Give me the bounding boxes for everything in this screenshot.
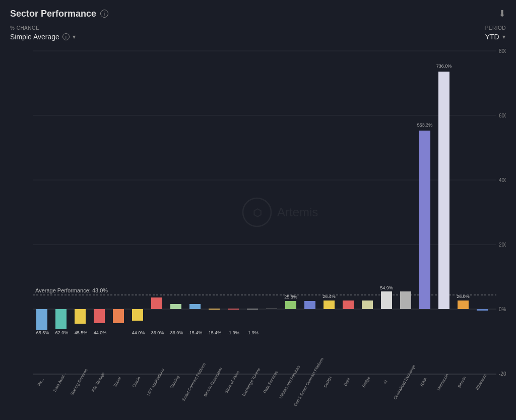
chart-area: 800% 600% 400% 200% 0% -200% Average Per… — [10, 46, 506, 420]
svg-text:Memecoin: Memecoin — [436, 373, 449, 391]
bar-gaming[interactable] — [170, 304, 181, 309]
svg-text:⬡: ⬡ — [253, 207, 262, 218]
period-control: PERIOD YTD ▾ — [485, 25, 506, 41]
period-value: YTD — [485, 33, 499, 41]
chevron-down-icon: ▾ — [73, 33, 76, 40]
svg-text:-44.0%: -44.0% — [131, 330, 145, 335]
bar-ai[interactable] — [381, 291, 392, 309]
bar-smartcontract[interactable] — [189, 304, 201, 309]
title-info-icon[interactable]: i — [100, 10, 108, 18]
average-selector[interactable]: Simple Average i ▾ — [10, 33, 76, 41]
average-value: Simple Average — [10, 33, 59, 41]
change-control: % CHANGE Simple Average i ▾ — [10, 25, 76, 41]
svg-text:-44.0%: -44.0% — [92, 330, 107, 335]
period-chevron-icon: ▾ — [502, 33, 505, 40]
bar-staking[interactable] — [75, 309, 86, 324]
svg-text:-15.4%: -15.4% — [207, 330, 222, 335]
bar-storeofvalue[interactable] — [228, 309, 239, 310]
svg-text:600%: 600% — [499, 113, 506, 118]
svg-text:Bridge: Bridge — [361, 376, 371, 388]
bar-memecoin[interactable] — [438, 72, 449, 309]
watermark: ⬡ Artemis — [243, 198, 318, 226]
svg-text:736.0%: 736.0% — [436, 64, 452, 69]
svg-text:-65.5%: -65.5% — [35, 330, 49, 335]
bar-social[interactable] — [113, 309, 124, 323]
bar-oracle[interactable] — [132, 309, 143, 321]
svg-text:Average Performance: 43.0%: Average Performance: 43.0% — [35, 287, 108, 293]
bar-dataavail[interactable] — [55, 309, 67, 329]
svg-text:553.3%: 553.3% — [417, 123, 433, 128]
svg-text:Gen 1 Smart Contract Platform: Gen 1 Smart Contract Platform — [293, 357, 325, 407]
svg-text:Pe...: Pe... — [37, 377, 45, 387]
bar-defi[interactable] — [343, 301, 354, 309]
svg-text:26.0%: 26.0% — [457, 294, 470, 299]
chart-svg: 800% 600% 400% 200% 0% -200% Average Per… — [10, 46, 506, 420]
svg-text:-1.9%: -1.9% — [227, 330, 239, 335]
change-label: % CHANGE — [10, 25, 76, 31]
svg-text:-200%: -200% — [499, 371, 506, 377]
svg-text:26.4%: 26.4% — [322, 294, 336, 299]
page-title: Sector Performance — [10, 9, 96, 19]
bar-filestorage[interactable] — [94, 309, 105, 323]
svg-text:NFT Applications: NFT Applications — [146, 368, 165, 396]
controls-bar: % CHANGE Simple Average i ▾ PERIOD YTD ▾ — [10, 25, 506, 41]
svg-text:RWA: RWA — [419, 377, 428, 387]
average-info-icon[interactable]: i — [62, 33, 70, 40]
header-left: Sector Performance i — [10, 9, 108, 19]
svg-text:Social: Social — [112, 376, 122, 388]
svg-text:AI: AI — [382, 379, 389, 385]
svg-text:-36.0%: -36.0% — [169, 330, 183, 335]
svg-text:200%: 200% — [499, 242, 506, 248]
svg-text:Bitcoin: Bitcoin — [457, 376, 467, 388]
svg-text:54.9%: 54.9% — [380, 285, 393, 290]
svg-text:Bitcoin Ecosystem: Bitcoin Ecosystem — [203, 367, 224, 397]
svg-text:DePIN: DePIN — [323, 376, 333, 388]
bar-bridge[interactable] — [362, 301, 373, 309]
bar-bitcoin[interactable] — [458, 301, 469, 309]
svg-text:Utilities and Services: Utilities and Services — [278, 365, 301, 399]
period-label: PERIOD — [485, 25, 506, 31]
svg-text:Ethereum: Ethereum — [475, 373, 487, 391]
bar-ethereum[interactable] — [477, 309, 488, 311]
bar-exchangetokens[interactable] — [247, 309, 258, 310]
svg-text:Staking Services: Staking Services — [70, 368, 89, 396]
bar-nft[interactable] — [151, 297, 162, 309]
svg-text:Oracle: Oracle — [132, 376, 142, 388]
bar-pe[interactable] — [36, 309, 47, 330]
svg-text:25.8%: 25.8% — [284, 294, 297, 299]
svg-text:Exchange Tokens: Exchange Tokens — [241, 367, 261, 397]
bar-depin[interactable] — [324, 301, 335, 309]
download-icon[interactable]: ⬇ — [498, 8, 506, 19]
svg-text:0%: 0% — [499, 307, 506, 312]
svg-text:Smart Contract Platform: Smart Contract Platform — [181, 362, 207, 402]
svg-text:400%: 400% — [499, 177, 506, 183]
bar-rwa[interactable] — [419, 131, 430, 309]
svg-text:-62.0%: -62.0% — [54, 330, 69, 335]
bar-cex[interactable] — [400, 291, 411, 309]
bar-dataservices[interactable] — [266, 309, 277, 309]
bar-utilities[interactable] — [285, 301, 296, 309]
svg-text:-1.9%: -1.9% — [246, 330, 259, 335]
svg-text:-15.4%: -15.4% — [188, 330, 203, 335]
svg-text:DeFi: DeFi — [343, 377, 351, 387]
bar-btceco[interactable] — [209, 309, 220, 310]
svg-text:Centralized Exchange: Centralized Exchange — [393, 364, 416, 400]
svg-text:-45.5%: -45.5% — [73, 330, 88, 335]
bar-gen1[interactable] — [304, 301, 315, 309]
period-selector[interactable]: YTD ▾ — [485, 33, 506, 41]
svg-text:Gaming: Gaming — [169, 375, 180, 389]
page-header: Sector Performance i ⬇ — [10, 8, 506, 19]
svg-text:Artemis: Artemis — [277, 205, 318, 219]
svg-text:800%: 800% — [499, 48, 506, 54]
svg-text:-36.0%: -36.0% — [150, 330, 164, 335]
